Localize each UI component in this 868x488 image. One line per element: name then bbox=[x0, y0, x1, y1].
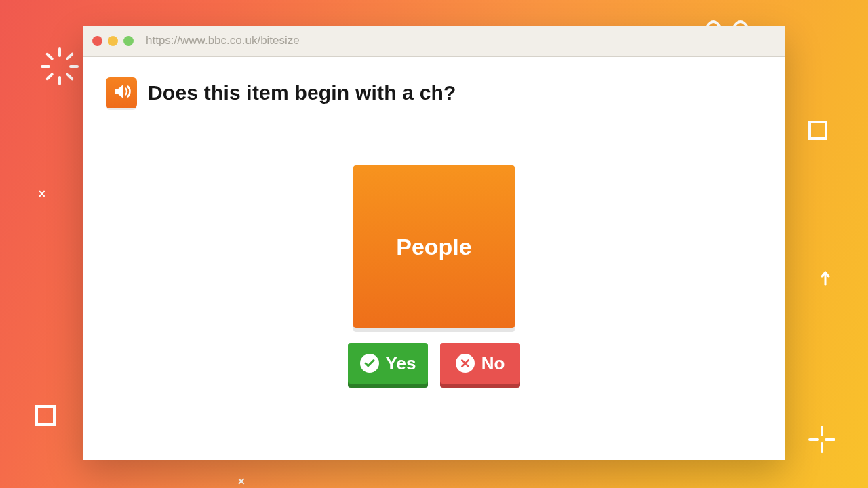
window-zoom-dot[interactable] bbox=[123, 36, 134, 46]
card-area: People Yes No bbox=[83, 165, 785, 384]
answer-buttons: Yes No bbox=[348, 343, 520, 384]
no-button-label: No bbox=[481, 353, 505, 374]
square-decoration-top bbox=[808, 121, 827, 140]
question-row: Does this item begin with a ch? bbox=[106, 77, 762, 108]
crosshair-decoration bbox=[808, 426, 835, 453]
address-bar-url: https://www.bbc.co.uk/bitesize bbox=[146, 34, 300, 47]
no-button[interactable]: No bbox=[440, 343, 520, 384]
window-close-dot[interactable] bbox=[92, 36, 102, 46]
audio-play-button[interactable] bbox=[106, 77, 137, 108]
quiz-content: Does this item begin with a ch? People Y… bbox=[83, 57, 785, 460]
browser-titlebar: https://www.bbc.co.uk/bitesize bbox=[83, 26, 785, 56]
arrow-up-decoration bbox=[821, 271, 827, 286]
spinner-decoration bbox=[41, 47, 79, 85]
x-decoration-left: ✕ bbox=[38, 188, 46, 199]
item-card: People bbox=[353, 165, 515, 328]
x-circle-icon bbox=[456, 354, 475, 373]
speaker-icon bbox=[111, 81, 132, 104]
yes-button-label: Yes bbox=[386, 353, 416, 374]
item-card-label: People bbox=[396, 234, 471, 260]
browser-window: https://www.bbc.co.uk/bitesize Does this… bbox=[83, 26, 785, 460]
square-decoration-bottom bbox=[35, 405, 56, 426]
yes-button[interactable]: Yes bbox=[348, 343, 428, 384]
question-text: Does this item begin with a ch? bbox=[148, 81, 456, 104]
check-circle-icon bbox=[360, 354, 379, 373]
x-decoration-bottom: ✕ bbox=[237, 476, 245, 487]
window-minimize-dot[interactable] bbox=[108, 36, 118, 46]
background: ✕ ✕ https://www.bbc.co.uk/bitesize Does … bbox=[0, 0, 868, 488]
